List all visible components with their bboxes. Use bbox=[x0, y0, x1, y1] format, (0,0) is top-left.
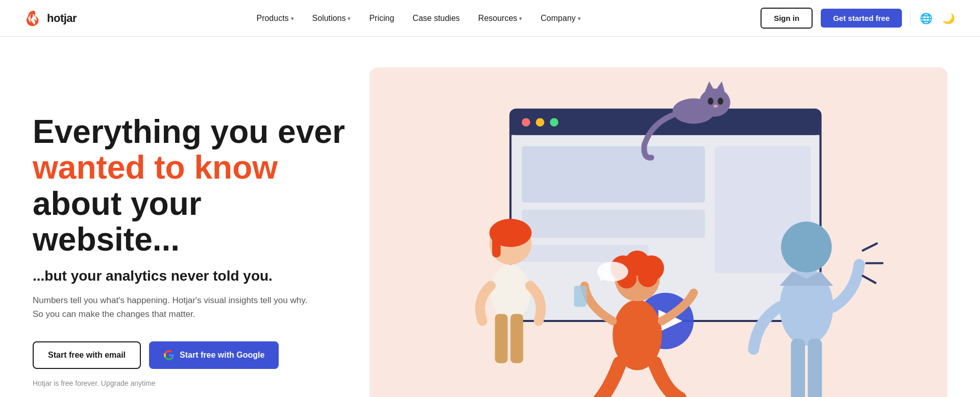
svg-rect-8 bbox=[522, 210, 705, 238]
svg-rect-25 bbox=[510, 314, 523, 363]
svg-point-6 bbox=[550, 118, 558, 127]
chevron-down-icon: ▾ bbox=[291, 15, 294, 22]
svg-point-32 bbox=[638, 267, 658, 287]
hero-note: Hotjar is free forever. Upgrade anytime bbox=[33, 379, 349, 387]
chevron-down-icon: ▾ bbox=[348, 15, 351, 22]
hero-body: Numbers tell you what's happening. Hotja… bbox=[33, 293, 308, 321]
hero-svg-illustration bbox=[370, 67, 947, 397]
start-google-button[interactable]: Start free with Google bbox=[149, 341, 279, 369]
dark-mode-icon[interactable]: 🌙 bbox=[941, 11, 955, 26]
svg-rect-23 bbox=[492, 230, 501, 258]
svg-rect-33 bbox=[574, 286, 586, 307]
svg-rect-24 bbox=[495, 314, 508, 363]
logo[interactable]: hotjar bbox=[24, 9, 77, 28]
logo-text: hotjar bbox=[47, 12, 77, 25]
hotjar-logo-icon bbox=[24, 9, 43, 28]
svg-point-20 bbox=[491, 265, 530, 321]
hero-subtitle: ...but your analytics never told you. bbox=[33, 268, 349, 284]
svg-point-14 bbox=[699, 88, 730, 116]
globe-icon[interactable]: 🌐 bbox=[919, 11, 933, 26]
main-nav: hotjar Products ▾ Solutions ▾ Pricing Ca… bbox=[0, 0, 980, 37]
hero-illustration bbox=[370, 67, 947, 397]
google-icon bbox=[163, 350, 175, 361]
hero-section: Everything you ever wanted to know about… bbox=[0, 37, 980, 397]
nav-resources[interactable]: Resources ▾ bbox=[478, 14, 522, 23]
sign-in-button[interactable]: Sign in bbox=[761, 8, 813, 29]
hero-ctas: Start free with email Start free with Go… bbox=[33, 341, 349, 369]
hero-title: Everything you ever wanted to know about… bbox=[33, 114, 349, 258]
nav-company[interactable]: Company ▾ bbox=[541, 14, 580, 23]
nav-links: Products ▾ Solutions ▾ Pricing Case stud… bbox=[256, 14, 580, 23]
chevron-down-icon: ▾ bbox=[578, 15, 581, 22]
nav-case-studies[interactable]: Case studies bbox=[412, 14, 460, 23]
nav-actions: Sign in Get started free 🌐 🌙 bbox=[761, 8, 955, 29]
svg-point-18 bbox=[718, 97, 723, 105]
chevron-down-icon: ▾ bbox=[519, 15, 522, 22]
nav-products[interactable]: Products ▾ bbox=[256, 14, 293, 23]
nav-pricing[interactable]: Pricing bbox=[369, 14, 394, 23]
svg-rect-3 bbox=[510, 127, 820, 135]
hero-left: Everything you ever wanted to know about… bbox=[33, 114, 349, 387]
svg-point-36 bbox=[600, 277, 604, 281]
svg-point-38 bbox=[781, 221, 831, 272]
start-email-button[interactable]: Start free with email bbox=[33, 341, 141, 369]
get-started-button[interactable]: Get started free bbox=[821, 9, 902, 28]
svg-rect-43 bbox=[808, 338, 822, 397]
svg-point-5 bbox=[536, 118, 545, 127]
svg-rect-42 bbox=[791, 338, 805, 397]
svg-point-19 bbox=[714, 105, 718, 108]
svg-point-4 bbox=[522, 118, 530, 127]
svg-rect-7 bbox=[522, 146, 705, 203]
nav-divider bbox=[910, 11, 911, 26]
nav-solutions[interactable]: Solutions ▾ bbox=[312, 14, 351, 23]
svg-point-35 bbox=[603, 272, 609, 278]
svg-point-17 bbox=[708, 97, 714, 105]
